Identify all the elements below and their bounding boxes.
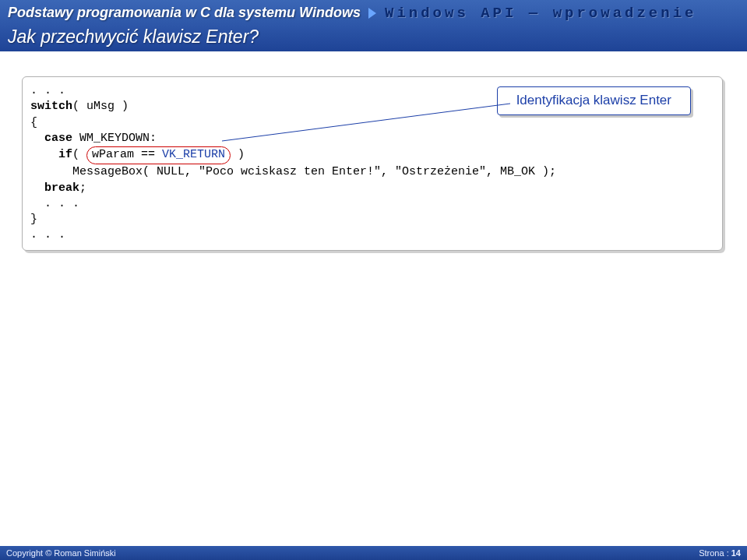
breadcrumb-text: Podstawy programowania w C dla systemu W…	[8, 5, 361, 21]
footer: Copyright © Roman Simiński Strona : 14	[0, 546, 747, 560]
callout-connector	[227, 141, 515, 143]
callout-text: Identyfikacja klawisz Enter	[516, 93, 671, 107]
code-line: MessageBox( NULL, "Poco wciskasz ten Ent…	[30, 164, 714, 180]
breadcrumb: Podstawy programowania w C dla systemu W…	[8, 5, 376, 21]
code-line: . . .	[30, 227, 714, 243]
content-area: Identyfikacja klawisz Enter . . . switch…	[0, 51, 747, 251]
svg-line-0	[222, 104, 510, 141]
highlight-circle: wParam == VK_RETURN	[86, 146, 231, 164]
chevron-right-icon	[368, 8, 376, 19]
code-block: Identyfikacja klawisz Enter . . . switch…	[22, 76, 723, 251]
code-line: . . .	[30, 196, 714, 212]
page-title: Jak przechwycić klawisz Enter?	[8, 26, 259, 48]
code-line: break;	[30, 181, 714, 196]
footer-copyright: Copyright © Roman Simiński	[6, 548, 116, 558]
footer-page: Strona : 14	[699, 548, 741, 558]
code-line: }	[30, 212, 714, 227]
header-right-label: Windows API — wprowadzenie	[385, 5, 696, 22]
header: Podstawy programowania w C dla systemu W…	[0, 0, 747, 51]
